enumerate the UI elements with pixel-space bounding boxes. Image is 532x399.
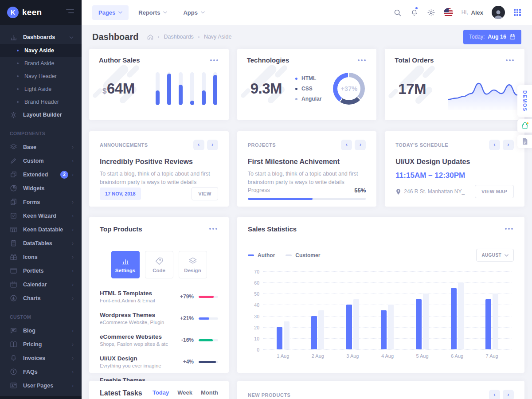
sidebar-item-layout-builder[interactable]: Layout Builder bbox=[0, 108, 82, 121]
schedule-location: 246 R St. Manhattan NY_ bbox=[404, 188, 465, 195]
user-name[interactable]: Alex bbox=[471, 9, 483, 16]
card-announcements: ANNOUNCEMENTS ‹ › Incredibly Positive Re… bbox=[89, 131, 229, 207]
product-row[interactable]: HTML 5 Templates Font-end,Admin & Email … bbox=[100, 286, 218, 307]
sidebar-item-keen-wizard[interactable]: Keen Wizard › bbox=[0, 209, 82, 223]
sidebar-item-calendar[interactable]: Calendar › bbox=[0, 278, 82, 291]
card-menu-dots[interactable] bbox=[209, 58, 219, 63]
demos-tab[interactable]: DEMOS bbox=[517, 85, 532, 117]
sidebar-item-base[interactable]: Base › bbox=[0, 140, 82, 154]
sidebar-item-label: Dashboards bbox=[23, 34, 55, 40]
bar-group: 5 Aug bbox=[416, 293, 429, 349]
sidebar-subitem-brand-aside[interactable]: Brand Aside bbox=[0, 57, 82, 70]
sidebar-item-dashboards[interactable]: Dashboards bbox=[0, 31, 82, 44]
author-bar bbox=[451, 288, 457, 349]
tab-settings[interactable]: Settings bbox=[111, 251, 140, 278]
map-pin-icon bbox=[395, 188, 401, 195]
sidebar-item-forms[interactable]: Forms › bbox=[0, 195, 82, 209]
sidebar-item-label: Charts bbox=[23, 295, 41, 301]
card-menu-dots[interactable] bbox=[505, 58, 515, 63]
month-dropdown[interactable]: AUGUST bbox=[476, 249, 514, 262]
date-badge: 17 NOV, 2018 bbox=[100, 188, 141, 200]
sidebar-item-icons[interactable]: Icons › bbox=[0, 250, 82, 264]
sidebar-item-invoices[interactable]: Invoices › bbox=[0, 351, 82, 365]
card-menu-dots[interactable] bbox=[357, 58, 367, 63]
y-axis-label: 60 bbox=[248, 280, 259, 286]
product-row[interactable]: eCommerce Websites Shops, Fasion wep sit… bbox=[100, 329, 218, 351]
topnav-item-pages[interactable]: Pages bbox=[92, 5, 129, 20]
chevron-right-icon: › bbox=[72, 369, 74, 375]
home-icon[interactable] bbox=[147, 34, 153, 40]
product-row[interactable]: Wordpress Themes eCommerce Website, Plug… bbox=[100, 307, 218, 329]
sidebar-item-keen-datatable[interactable]: Keen Datatable › bbox=[0, 223, 82, 236]
sidebar-item-blog[interactable]: Blog › bbox=[0, 324, 82, 337]
sidebar-item-extended[interactable]: Extended 2 › bbox=[0, 168, 82, 181]
sidebar-item-label: Forms bbox=[23, 199, 40, 205]
sidebar: K keen Dashboards Navy Aside Brand Aside… bbox=[0, 0, 82, 399]
settings-gear-icon[interactable] bbox=[427, 8, 435, 17]
next-button[interactable]: › bbox=[503, 390, 514, 399]
breadcrumb-item[interactable]: Dashboards bbox=[164, 34, 193, 40]
card-latest-tasks: Latest Tasks TodayWeekMonth bbox=[89, 381, 229, 399]
next-button[interactable]: › bbox=[503, 140, 514, 150]
product-row[interactable]: UI/UX Design Evrything you ever imagine … bbox=[100, 351, 218, 372]
prev-button[interactable]: ‹ bbox=[341, 140, 352, 150]
language-flag-us[interactable] bbox=[444, 8, 453, 17]
sidebar-item-user-pages[interactable]: User Pages › bbox=[0, 379, 82, 392]
sidebar-toggle-button[interactable] bbox=[66, 8, 74, 16]
author-bar bbox=[381, 310, 387, 349]
y-axis-label: 30 bbox=[248, 314, 259, 319]
tab-today[interactable]: Today bbox=[153, 389, 169, 399]
chevron-down-icon bbox=[69, 35, 74, 40]
notifications-bell-icon[interactable] bbox=[410, 8, 419, 17]
tab-code[interactable]: Code bbox=[145, 251, 173, 278]
today-date-button[interactable]: Today: Aug 16 bbox=[463, 30, 521, 44]
next-button[interactable]: › bbox=[355, 140, 366, 150]
project-body: To start a blog, think of a topic about … bbox=[248, 170, 366, 187]
tab-week[interactable]: Week bbox=[177, 389, 192, 399]
card-menu-dots[interactable] bbox=[504, 226, 514, 231]
tab-design[interactable]: Design bbox=[179, 251, 207, 278]
x-axis-label: 6 Aug bbox=[451, 353, 463, 359]
chart-pie-icon bbox=[10, 294, 18, 302]
chevron-right-icon: › bbox=[72, 328, 74, 333]
sidebar-item-widgets[interactable]: Widgets bbox=[0, 181, 82, 195]
view-button[interactable]: VIEW bbox=[192, 187, 218, 200]
customer-bar bbox=[458, 282, 464, 349]
next-button[interactable]: › bbox=[207, 140, 218, 150]
schedule-title: UI/UX Design Updates bbox=[395, 158, 514, 166]
card-title: Total Orders bbox=[395, 56, 434, 64]
topnav-item-reports[interactable]: Reports bbox=[132, 5, 173, 20]
sidebar-item-custom[interactable]: Custom › bbox=[0, 154, 82, 168]
buy-now-button[interactable] bbox=[517, 119, 532, 133]
apps-grid-icon[interactable] bbox=[513, 8, 521, 16]
search-icon[interactable] bbox=[393, 8, 402, 17]
topnav-item-apps[interactable]: Apps bbox=[177, 5, 211, 20]
sidebar-item-charts[interactable]: Charts › bbox=[0, 291, 82, 305]
sidebar-item-datatables[interactable]: DataTables › bbox=[0, 236, 82, 250]
sidebar-subitem-light-aside[interactable]: Light Aside bbox=[0, 82, 82, 95]
breadcrumb-item[interactable]: Navy Aside bbox=[204, 34, 232, 40]
sidebar-item-faqs[interactable]: FAQs › bbox=[0, 365, 82, 379]
legend-item-angular: Angular bbox=[295, 96, 321, 102]
prev-button[interactable]: ‹ bbox=[489, 140, 500, 150]
chevron-right-icon: › bbox=[72, 145, 74, 150]
sidebar-subitem-brand-header[interactable]: Brand Header bbox=[0, 95, 82, 108]
docs-button[interactable] bbox=[517, 135, 532, 148]
bullet-dot bbox=[17, 101, 19, 103]
sidebar-item-label: Blog bbox=[23, 328, 35, 334]
gear-icon bbox=[10, 111, 18, 119]
sidebar-item-portlets[interactable]: Portlets › bbox=[0, 264, 82, 278]
card-menu-dots[interactable] bbox=[208, 226, 218, 231]
bar-group: 1 Aug bbox=[277, 321, 289, 349]
prev-button[interactable]: ‹ bbox=[193, 140, 204, 150]
prev-button[interactable]: ‹ bbox=[489, 390, 500, 399]
legend-item-customer: Customer bbox=[286, 252, 320, 258]
view-map-button[interactable]: VIEW MAP bbox=[475, 185, 514, 198]
bullet-dot bbox=[17, 63, 19, 64]
sidebar-subitem-navy-aside[interactable]: Navy Aside bbox=[0, 44, 82, 57]
sidebar-item-pricing[interactable]: Pricing › bbox=[0, 337, 82, 351]
tab-month[interactable]: Month bbox=[201, 389, 218, 399]
chevron-right-icon: › bbox=[72, 383, 74, 388]
sidebar-subitem-navy-header[interactable]: Navy Header bbox=[0, 70, 82, 82]
avatar[interactable] bbox=[492, 6, 505, 19]
